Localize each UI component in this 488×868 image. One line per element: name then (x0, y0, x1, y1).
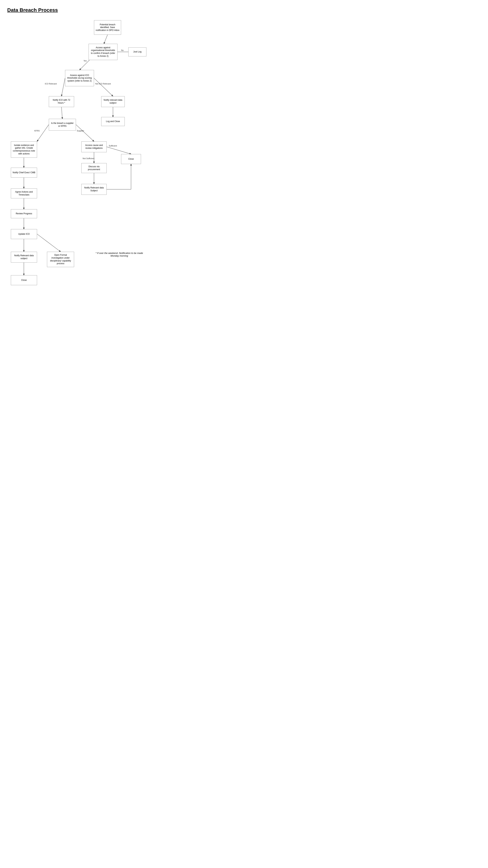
box-notify-relevant-data2: Notify Relevant data subject (11, 252, 37, 262)
svg-line-6 (61, 107, 62, 119)
box-potential-breach: Potential breach identified. Save notifi… (94, 20, 121, 35)
box-is-breach-supplier: Is the breach a supplier or KFRS (49, 119, 76, 130)
box-log-and-close: Log and Close (101, 117, 125, 126)
page-title: Data Breach Process (7, 7, 157, 13)
label-no: No (121, 49, 124, 51)
label-ico-relevant: ICO Relevant (45, 83, 57, 85)
diagram-container: Potential breach identified. Save notifi… (5, 19, 157, 290)
box-open-formal: Open Formal investigation under discipli… (47, 252, 74, 267)
svg-line-7 (37, 125, 49, 142)
box-notify-chief: Notify Chief Exec/ CMB (11, 167, 37, 178)
box-close-sufficient: Close (121, 154, 141, 164)
svg-line-3 (61, 78, 65, 96)
box-close-final: Close (11, 275, 37, 285)
label-supplier: Supplier (77, 130, 84, 132)
box-assess-ico: Assess against ICO thresholds via log sc… (65, 70, 94, 86)
box-just-log: Just Log (128, 48, 147, 56)
label-kfrs: KFRS (34, 130, 40, 132)
box-isolate-evidence: Isolate evidence and gather info. Create… (11, 142, 37, 158)
svg-line-14 (37, 234, 61, 252)
svg-line-0 (104, 35, 107, 44)
label-sufficient: Sufficient (109, 145, 117, 147)
label-not-sufficient: Not Sufficient (83, 157, 94, 159)
box-notify-relevant-data: Notify Relevant data Subject (81, 184, 107, 195)
footnote: * If over the weekend. Notification to b… (92, 252, 147, 257)
box-discuss-procurement: Discuss via procurement (81, 163, 107, 173)
box-agree-actions: Agree Actions and Timesclaes (11, 188, 37, 198)
box-review-progress: Review Progress (11, 209, 37, 218)
box-update-ico: Update ICO (11, 229, 37, 239)
label-not-ico-relevant: Not ICO Relevant (95, 83, 111, 85)
svg-line-8 (76, 125, 94, 142)
box-notify-data-subject-1: Notify relevant data subject (101, 96, 125, 107)
box-notify-ico: Notify ICO with 72 Hours * (49, 96, 74, 107)
box-access-cause: Access cause and review mitigations (81, 142, 107, 152)
svg-line-4 (94, 78, 113, 96)
label-yes: Yes (84, 60, 87, 62)
box-assess-thresholds: Access against organisational thresholds… (89, 44, 118, 60)
svg-line-17 (107, 147, 131, 154)
